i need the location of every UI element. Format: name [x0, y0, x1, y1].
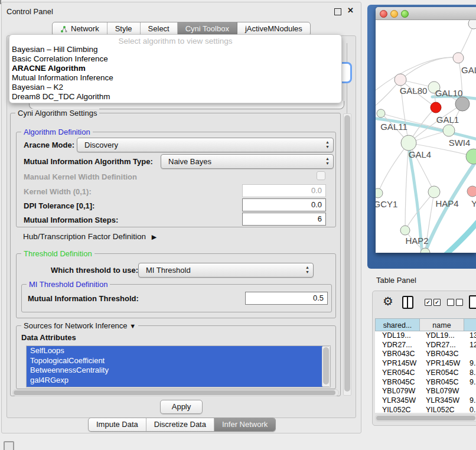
node-gray[interactable] — [455, 97, 470, 111]
column-header-shared-name[interactable]: shared... — [375, 318, 419, 331]
node-hap4[interactable] — [428, 186, 440, 198]
page-icon[interactable] — [469, 295, 476, 309]
popup-item[interactable]: Bayesian – K2 — [12, 83, 63, 92]
node-label: GCY1 — [376, 199, 397, 209]
popup-item[interactable]: Dream8 DC_TDC Algorithm — [12, 92, 110, 102]
panel-title: Control Panel — [6, 7, 53, 16]
attribute-list[interactable]: SelfLoops TopologicalCoefficient Between… — [26, 345, 331, 387]
kernel-width-label: Kernel Width (0,1): — [24, 187, 92, 196]
minimize-traffic-light-icon[interactable] — [390, 10, 398, 18]
settings-vertical-scrollbar[interactable] — [343, 113, 351, 396]
tab-infer-network[interactable]: Infer Network — [214, 418, 275, 431]
manual-kernel-checkbox[interactable] — [317, 171, 325, 180]
node-gal-partial[interactable] — [453, 53, 464, 63]
table-row[interactable]: YDL19...YDL19...13 — [375, 331, 476, 341]
popup-item[interactable]: Bayesian – Hill Climbing — [12, 45, 98, 54]
mi-threshold-label: Mutual Information Threshold: — [28, 294, 139, 303]
algorithm-definition-title: Algorithm Definition — [21, 128, 93, 136]
aracne-mode-label: Aracne Mode: — [24, 141, 74, 149]
network-canvas[interactable]: GAL GAL80 GAL10 GAL11 GAL1 SWI4 GAL4 GCY… — [376, 20, 476, 253]
tab-style[interactable]: Style — [107, 22, 141, 35]
node-label: GAL — [461, 65, 476, 75]
hub-definition-toggle[interactable]: Hub/Transcription Factor Definition ▶ — [23, 232, 157, 241]
node-label: GAL1 — [436, 115, 459, 125]
node-label: GAL80 — [400, 86, 428, 96]
combo-arrows-icon: ▲▼ — [325, 140, 330, 149]
table-row[interactable]: YBL079WYBL079W — [375, 387, 476, 396]
checked-checkbox-icon[interactable]: ✓ — [425, 299, 432, 306]
column-header-partial[interactable] — [464, 318, 476, 331]
table-panel: ⚙ ✓ ✓ shared... name YDL19...YDL19...13 … — [372, 291, 476, 426]
network-graph: GAL GAL80 GAL10 GAL11 GAL1 SWI4 GAL4 GCY… — [376, 20, 476, 253]
network-window-titlebar[interactable] — [376, 7, 476, 20]
node-gcy1[interactable] — [376, 188, 383, 198]
threshold-definition-title: Threshold Definition — [21, 249, 94, 258]
node-gal80[interactable] — [395, 74, 406, 86]
table-row[interactable]: YIL052CYIL052C0. — [375, 406, 476, 415]
node-gal11[interactable] — [377, 109, 385, 118]
dpi-tolerance-input[interactable]: 0.0 — [242, 198, 326, 211]
popup-item[interactable]: Mutual Information Inference — [12, 73, 113, 83]
node-gal1[interactable] — [443, 125, 455, 136]
float-window-icon[interactable] — [334, 8, 341, 15]
tab-discretize-data[interactable]: Discretize Data — [146, 418, 214, 431]
node-gal4[interactable] — [401, 135, 416, 151]
column-layout-icon[interactable] — [402, 296, 413, 309]
gear-icon[interactable]: ⚙ — [383, 294, 393, 308]
apply-button[interactable]: Apply — [160, 400, 203, 414]
node-salmon[interactable] — [467, 186, 476, 197]
mi-type-select[interactable]: Naive Bayes ▲▼ — [161, 154, 334, 169]
table-row[interactable]: YLR345WYLR345W9. — [375, 396, 476, 406]
popup-item[interactable]: Basic Correlation Inference — [12, 54, 108, 64]
unchecked-checkbox-icon[interactable] — [447, 299, 454, 306]
settings-horizontal-scrollbar[interactable] — [12, 389, 339, 396]
node-swi4[interactable] — [466, 149, 476, 164]
minimized-panel-icon[interactable] — [4, 441, 14, 450]
which-threshold-select[interactable]: MI Threshold ▲▼ — [138, 263, 314, 278]
mi-steps-input[interactable]: 6 — [242, 213, 326, 226]
attribute-selection: SelfLoops TopologicalCoefficient Between… — [27, 346, 323, 387]
node-selected-red[interactable] — [431, 102, 441, 113]
kernel-width-input[interactable]: 0.0 — [242, 184, 326, 197]
network-window[interactable]: GAL GAL80 GAL10 GAL11 GAL1 SWI4 GAL4 GCY… — [376, 7, 476, 253]
table-row[interactable]: YBR045CYBR045C9. — [375, 378, 476, 387]
checked-checkbox-icon[interactable]: ✓ — [433, 299, 441, 306]
node-unlabeled[interactable] — [468, 20, 476, 29]
node-label: GAL10 — [435, 88, 463, 98]
aracne-mode-select[interactable]: Discovery ▲▼ — [77, 138, 334, 152]
list-item[interactable]: TopologicalCoefficient — [27, 356, 323, 366]
close-traffic-light-icon[interactable] — [380, 10, 387, 18]
tab-network[interactable]: Network — [53, 22, 107, 35]
table-horizontal-scrollbar[interactable] — [375, 415, 476, 422]
tab-select[interactable]: Select — [141, 22, 178, 35]
close-icon[interactable]: ✕ — [347, 6, 354, 15]
mi-threshold-input[interactable]: 0.5 — [245, 292, 328, 305]
popup-placeholder: Select algorithm to view settings — [9, 37, 341, 45]
sources-title[interactable]: Sources for Network Inference ▼ — [21, 321, 138, 330]
popup-item-highlighted[interactable]: ARACNE Algorithm — [12, 64, 86, 73]
tab-jactivemnodules[interactable]: jActiveMNodules — [237, 22, 310, 35]
tab-cyni-toolbox[interactable]: Cyni Toolbox — [178, 22, 237, 35]
network-desktop-frame: GAL GAL80 GAL10 GAL11 GAL1 SWI4 GAL4 GCY… — [367, 5, 476, 269]
node-label: GAL11 — [380, 122, 407, 132]
settings-group-title: Cyni Algorithm Settings — [15, 109, 99, 118]
table-row[interactable]: YER054CYER054C8. — [375, 369, 476, 378]
table-row[interactable]: YBR043CYBR043C — [375, 350, 476, 359]
zoom-traffic-light-icon[interactable] — [401, 10, 409, 18]
list-item[interactable]: SelfLoops — [27, 346, 323, 356]
cyni-algorithm-settings-group: Cyni Algorithm Settings Algorithm Defini… — [10, 113, 341, 396]
table-row[interactable]: YDR27...YDR27...12 — [375, 341, 476, 350]
collapsed-arrow-icon: ▶ — [152, 233, 157, 240]
table-row[interactable]: YPR145WYPR145W9. — [375, 359, 476, 369]
node-label: Y — [471, 198, 476, 208]
network-icon — [60, 25, 68, 33]
list-item[interactable]: BetweennessCentrality — [27, 366, 323, 376]
combo-arrows-icon: ▲▼ — [305, 265, 309, 275]
list-item[interactable]: gal4RGexp — [27, 376, 323, 386]
combo-arrows-icon: ▲▼ — [325, 156, 330, 166]
node-hap2[interactable] — [400, 226, 410, 235]
column-header-name[interactable]: name — [419, 318, 464, 331]
tab-impute-data[interactable]: Impute Data — [89, 418, 146, 431]
attribute-list-scrollbar[interactable] — [322, 346, 330, 387]
unchecked-checkbox-icon[interactable] — [456, 299, 463, 306]
